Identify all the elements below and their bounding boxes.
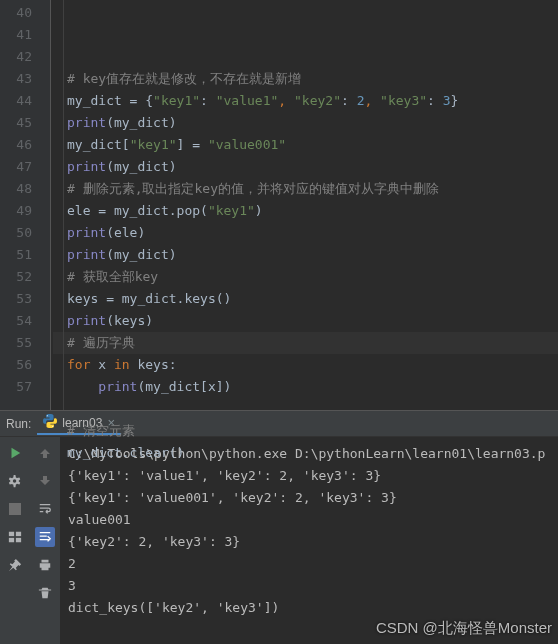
- up-button[interactable]: [35, 443, 55, 463]
- layout-button[interactable]: [5, 527, 25, 547]
- code-line[interactable]: my_dict.clear(): [53, 442, 558, 464]
- code-line[interactable]: print(my_dict): [53, 244, 558, 266]
- line-number: 51: [0, 244, 32, 266]
- code-line[interactable]: print(my_dict): [53, 112, 558, 134]
- code-line[interactable]: # 获取全部key: [53, 266, 558, 288]
- line-number: 50: [0, 222, 32, 244]
- code-line[interactable]: my_dict["key1"] = "value001": [53, 134, 558, 156]
- code-line[interactable]: print(ele): [53, 222, 558, 244]
- line-number: 49: [0, 200, 32, 222]
- svg-rect-2: [9, 503, 21, 515]
- code-line[interactable]: print(keys): [53, 310, 558, 332]
- trash-button[interactable]: [35, 583, 55, 603]
- stop-button[interactable]: [5, 499, 25, 519]
- wrap-button[interactable]: [35, 499, 55, 519]
- line-number: 53: [0, 288, 32, 310]
- watermark: CSDN @北海怪兽Monster: [376, 619, 552, 638]
- code-line[interactable]: ele = my_dict.pop("key1"): [53, 200, 558, 222]
- indent-guide: [63, 0, 64, 410]
- line-number: 55: [0, 332, 32, 354]
- line-number: 52: [0, 266, 32, 288]
- line-number: 40: [0, 2, 32, 24]
- line-number: 42: [0, 46, 32, 68]
- run-body: C:\MyTools\python\python.exe D:\pythonLe…: [0, 437, 558, 644]
- line-number: 43: [0, 68, 32, 90]
- svg-rect-6: [16, 538, 21, 542]
- code-line[interactable]: # key值存在就是修改，不存在就是新增: [53, 68, 558, 90]
- code-line[interactable]: print(my_dict[x]): [53, 376, 558, 398]
- line-number: 47: [0, 156, 32, 178]
- line-number: 45: [0, 112, 32, 134]
- svg-rect-5: [9, 538, 14, 542]
- code-line[interactable]: keys = my_dict.keys(): [53, 288, 558, 310]
- line-gutter: 404142434445464748495051525354555657: [0, 0, 50, 410]
- pin-button[interactable]: [5, 555, 25, 575]
- run-label: Run:: [6, 417, 31, 431]
- debug-settings-button[interactable]: [5, 471, 25, 491]
- line-number: 56: [0, 354, 32, 376]
- run-toolbar-left: [0, 437, 30, 644]
- console-output[interactable]: C:\MyTools\python\python.exe D:\pythonLe…: [60, 437, 558, 644]
- svg-rect-4: [16, 532, 21, 536]
- print-button[interactable]: [35, 555, 55, 575]
- code-editor[interactable]: 404142434445464748495051525354555657 # k…: [0, 0, 558, 410]
- code-line[interactable]: [53, 398, 558, 420]
- code-line[interactable]: my_dict = {"key1": "value1", "key2": 2, …: [53, 90, 558, 112]
- svg-rect-3: [9, 532, 14, 536]
- line-number: 57: [0, 376, 32, 398]
- line-number: 41: [0, 24, 32, 46]
- line-number: 48: [0, 178, 32, 200]
- line-number: 54: [0, 310, 32, 332]
- code-line[interactable]: # 删除元素,取出指定key的值，并将对应的键值对从字典中删除: [53, 178, 558, 200]
- code-line[interactable]: # 清空元素: [53, 420, 558, 442]
- code-line[interactable]: # 遍历字典: [53, 332, 558, 354]
- code-line[interactable]: print(my_dict): [53, 156, 558, 178]
- scroll-to-end-button[interactable]: [35, 527, 55, 547]
- down-button[interactable]: [35, 471, 55, 491]
- svg-point-0: [47, 415, 48, 416]
- line-number: 46: [0, 134, 32, 156]
- line-number: 44: [0, 90, 32, 112]
- rerun-button[interactable]: [5, 443, 25, 463]
- run-toolbar-right: [30, 437, 60, 644]
- code-area[interactable]: # key值存在就是修改，不存在就是新增my_dict = {"key1": "…: [50, 0, 558, 410]
- code-line[interactable]: for x in keys:: [53, 354, 558, 376]
